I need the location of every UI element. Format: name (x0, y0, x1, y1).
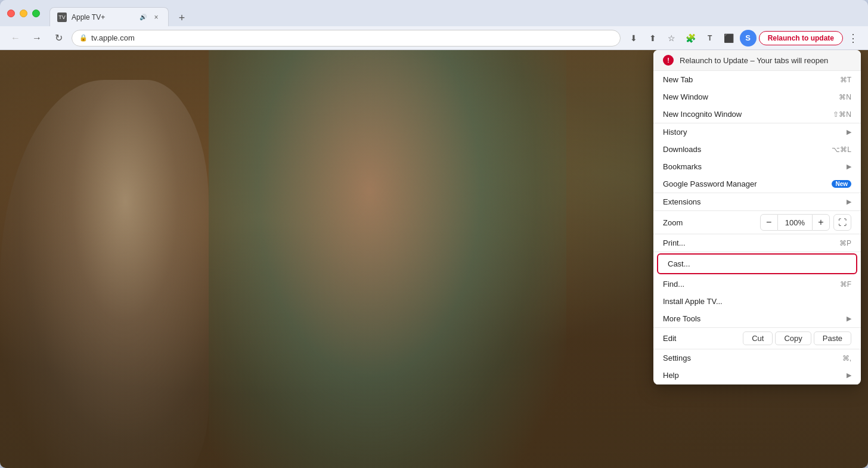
media-button[interactable]: ⬛ (721, 30, 737, 47)
menu-item-downloads[interactable]: Downloads ⌥⌘L (653, 141, 861, 158)
bookmark-button[interactable]: ☆ (664, 30, 680, 47)
zoom-in-button[interactable]: + (812, 214, 830, 231)
more-tools-arrow: ▶ (847, 315, 851, 323)
url-text: tv.apple.com (91, 33, 613, 42)
relaunch-warning-icon: ! (663, 55, 674, 66)
menu-item-new-window[interactable]: New Window ⌘N (653, 88, 861, 106)
relaunch-label: Relaunch to update (768, 34, 834, 42)
menu-item-print[interactable]: Print... ⌘P (653, 234, 861, 252)
more-tools-label: More Tools (663, 314, 700, 323)
menu-section-extensions: Extensions ▶ (653, 193, 861, 211)
reload-button[interactable]: ↻ (50, 30, 67, 47)
new-window-label: New Window (663, 92, 708, 101)
tab-close-button[interactable]: × (151, 13, 161, 22)
address-bar[interactable]: 🔒 tv.apple.com (72, 30, 621, 47)
relaunch-banner[interactable]: ! Relaunch to Update – Your tabs will re… (653, 50, 861, 71)
edit-buttons: Cut Copy Paste (743, 331, 851, 345)
new-tab-shortcut: ⌘T (840, 76, 851, 84)
settings-label: Settings (663, 354, 691, 362)
new-window-shortcut: ⌘N (839, 93, 851, 101)
new-tab-button[interactable]: + (173, 10, 190, 26)
person-left (0, 80, 209, 468)
back-button[interactable]: ← (7, 30, 24, 47)
download-button[interactable]: ⬇ (625, 30, 642, 47)
active-tab[interactable]: TV Apple TV+ 🔊 × (49, 7, 169, 26)
incognito-shortcut: ⇧⌘N (833, 110, 851, 119)
downloads-label: Downloads (663, 145, 701, 154)
zoom-out-button[interactable]: − (760, 214, 778, 231)
menu-item-bookmarks[interactable]: Bookmarks ▶ (653, 158, 861, 175)
menu-section-nav: History ▶ Downloads ⌥⌘L Bookmarks ▶ Goog… (653, 123, 861, 193)
tab-bar: TV Apple TV+ 🔊 × + (45, 0, 190, 26)
minimize-window-button[interactable] (20, 10, 27, 17)
copy-button[interactable]: Copy (775, 331, 811, 345)
help-label: Help (663, 371, 679, 380)
menu-item-help[interactable]: Help ▶ (653, 367, 861, 384)
zoom-value: 100% (778, 214, 812, 231)
chrome-menu: ! Relaunch to Update – Your tabs will re… (653, 50, 861, 385)
browser-window: TV Apple TV+ 🔊 × + ← → ↻ 🔒 tv.apple.com … (0, 0, 868, 468)
menu-item-extensions[interactable]: Extensions ▶ (653, 193, 861, 210)
extensions-button[interactable]: 🧩 (683, 30, 699, 47)
tab-favicon: TV (57, 13, 67, 22)
history-label: History (663, 128, 687, 137)
menu-item-more-tools[interactable]: More Tools ▶ (653, 310, 861, 327)
zoom-controls: − 100% + (760, 214, 830, 231)
downloads-shortcut: ⌥⌘L (832, 145, 851, 154)
menu-item-cast[interactable]: Cast... (657, 253, 857, 274)
new-badge: New (832, 180, 851, 188)
settings-shortcut: ⌘, (842, 354, 851, 362)
zoom-label: Zoom (663, 218, 760, 227)
relaunch-button[interactable]: Relaunch to update (759, 31, 843, 45)
menu-item-install-appletv[interactable]: Install Apple TV... (653, 293, 861, 310)
close-window-button[interactable] (7, 10, 15, 17)
extensions-arrow: ▶ (847, 198, 851, 206)
fullscreen-button[interactable]: ⛶ (833, 214, 851, 231)
bookmarks-arrow: ▶ (847, 163, 851, 171)
toolbar: ← → ↻ 🔒 tv.apple.com ⬇ ⬆ ☆ 🧩 T ⬛ S Relau… (0, 26, 868, 50)
paste-button[interactable]: Paste (814, 331, 851, 345)
cast-label: Cast... (668, 259, 847, 268)
menu-section-new: New Tab ⌘T New Window ⌘N New Incognito W… (653, 71, 861, 123)
menu-section-tools: Find... ⌘F Install Apple TV... More Tool… (653, 275, 861, 328)
edit-label: Edit (663, 334, 743, 343)
traffic-lights (7, 10, 40, 17)
profile-button[interactable]: S (740, 30, 757, 47)
title-bar: TV Apple TV+ 🔊 × + (0, 0, 868, 26)
relaunch-banner-text: Relaunch to Update – Your tabs will reop… (680, 56, 828, 65)
find-shortcut: ⌘F (840, 280, 851, 289)
menu-section-settings: Settings ⌘, Help ▶ (653, 349, 861, 385)
tab-audio-icon: 🔊 (140, 14, 147, 20)
new-tab-label: New Tab (663, 75, 693, 84)
incognito-label: New Incognito Window (663, 110, 742, 119)
help-arrow: ▶ (847, 371, 851, 379)
menu-item-password-manager[interactable]: Google Password Manager New (653, 175, 861, 193)
extensions-label: Extensions (663, 197, 701, 206)
menu-item-settings[interactable]: Settings ⌘, (653, 349, 861, 367)
install-appletv-label: Install Apple TV... (663, 297, 723, 306)
edit-row: Edit Cut Copy Paste (653, 328, 861, 349)
history-arrow: ▶ (847, 128, 851, 136)
print-shortcut: ⌘P (839, 239, 851, 247)
zoom-row: Zoom − 100% + ⛶ (653, 211, 861, 234)
forward-button[interactable]: → (29, 30, 45, 47)
cut-button[interactable]: Cut (743, 331, 773, 345)
bookmarks-label: Bookmarks (663, 162, 702, 171)
find-label: Find... (663, 280, 684, 289)
translate-button[interactable]: T (702, 30, 718, 47)
lock-icon: 🔒 (79, 34, 88, 42)
menu-item-find[interactable]: Find... ⌘F (653, 275, 861, 293)
menu-section-print: Print... ⌘P (653, 234, 861, 252)
page-content: ! Relaunch to Update – Your tabs will re… (0, 50, 868, 468)
maximize-window-button[interactable] (32, 10, 40, 17)
menu-item-new-tab[interactable]: New Tab ⌘T (653, 71, 861, 88)
person-right (209, 50, 566, 468)
print-label: Print... (663, 238, 686, 247)
share-button[interactable]: ⬆ (644, 30, 661, 47)
menu-item-incognito[interactable]: New Incognito Window ⇧⌘N (653, 106, 861, 123)
menu-button[interactable]: ⋮ (845, 32, 861, 45)
toolbar-actions: ⬇ ⬆ ☆ 🧩 T ⬛ S Relaunch to update ⋮ (625, 30, 861, 47)
password-manager-label: Google Password Manager (663, 179, 757, 188)
tab-title: Apple TV+ (72, 13, 135, 21)
menu-item-history[interactable]: History ▶ (653, 123, 861, 141)
